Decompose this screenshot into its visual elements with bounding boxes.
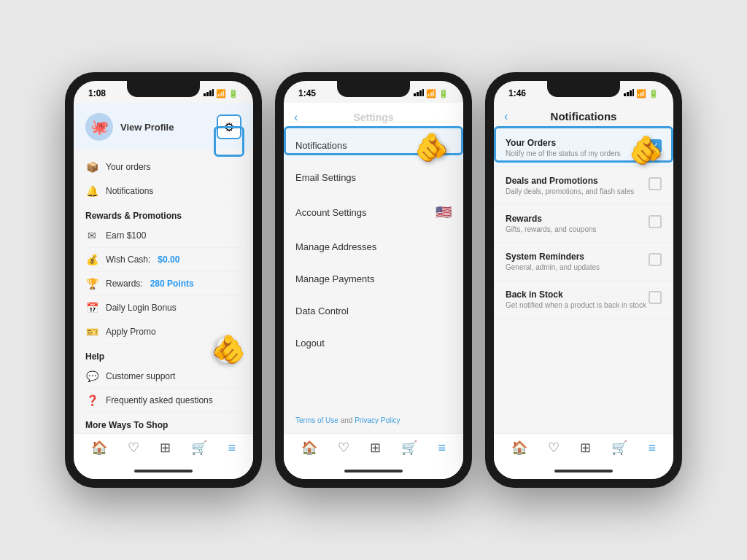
bell-icon: 🔔	[85, 185, 98, 197]
svg-rect-0	[204, 93, 206, 96]
notif-rewards-sub: Gifts, rewards, and coupons	[506, 225, 649, 233]
rewards-section-title: Rewards & Promotions	[85, 203, 241, 224]
notif-backstock[interactable]: Back in Stock Get notified when a produc…	[494, 281, 673, 319]
home-nav-2[interactable]: 🏠	[301, 440, 317, 456]
svg-rect-3	[212, 89, 214, 96]
notif-system[interactable]: System Reminders General, admin, and upd…	[494, 243, 673, 281]
faq-icon: ❓	[85, 394, 98, 406]
battery-icon-2: 🔋	[438, 89, 449, 98]
heart-nav-1[interactable]: ♡	[128, 440, 139, 456]
back-button-3[interactable]: ‹	[504, 110, 508, 123]
phone-1: 1:08 📶 🔋	[65, 72, 262, 488]
settings-payments-item[interactable]: Manage Payments	[284, 263, 463, 295]
menu-list: 📦 Your orders 🔔 Notifications Rewards & …	[74, 149, 253, 433]
settings-logout-item[interactable]: Logout	[284, 327, 463, 359]
rewards-checkbox[interactable]	[649, 215, 662, 228]
wishcash-item[interactable]: 💰 Wish Cash: $0.00	[85, 248, 241, 272]
settings-email-item[interactable]: Email Settings	[284, 162, 463, 194]
battery-icon-1: 🔋	[228, 89, 239, 98]
home-nav-3[interactable]: 🏠	[511, 440, 527, 456]
system-checkbox[interactable]	[649, 253, 662, 266]
home-bar-2	[344, 470, 403, 472]
view-profile-label[interactable]: View Profile	[120, 122, 174, 133]
settings-account-item[interactable]: Account Settings 🇺🇸	[284, 194, 463, 231]
phone-3: 1:46 📶 🔋 ‹ Not	[485, 72, 682, 488]
grid-nav-3[interactable]: ⊞	[580, 440, 591, 456]
avatar: 🐙	[85, 113, 113, 141]
settings-notifications-item[interactable]: Notifications	[284, 130, 463, 162]
home-nav-1[interactable]: 🏠	[91, 440, 107, 456]
more-section-title: More Ways To Shop	[85, 413, 241, 433]
notif-rewards-text: Rewards Gifts, rewards, and coupons	[506, 214, 649, 233]
back-button-2[interactable]: ‹	[294, 111, 298, 124]
gear-button[interactable]: ⚙	[217, 114, 241, 139]
svg-rect-5	[417, 92, 419, 96]
heart-nav-3[interactable]: ♡	[548, 440, 560, 456]
settings-addresses-item[interactable]: Manage Addresses	[284, 231, 463, 263]
menu-nav-1[interactable]: ≡	[228, 440, 236, 456]
wifi-icon-3: 📶	[636, 89, 646, 98]
notif-deals-title: Deals and Promotions	[506, 176, 649, 186]
calendar-icon: 📅	[85, 302, 98, 314]
notif-deals-sub: Daily deals, promotions, and flash sales	[506, 187, 649, 195]
profile-left: 🐙 View Profile	[85, 113, 174, 141]
notifications-menu-item[interactable]: 🔔 Notifications	[85, 179, 241, 203]
notif-system-sub: General, admin, and updates	[506, 263, 649, 271]
time-3: 1:46	[508, 88, 526, 98]
svg-rect-9	[627, 92, 629, 96]
svg-rect-1	[206, 92, 209, 96]
notif-backstock-title: Back in Stock	[506, 289, 649, 300]
grid-nav-2[interactable]: ⊞	[370, 440, 381, 456]
notif-system-text: System Reminders General, admin, and upd…	[506, 252, 649, 271]
settings-addresses-label: Manage Addresses	[295, 241, 376, 252]
wishcash-icon: 💰	[85, 254, 98, 265]
grid-nav-1[interactable]: ⊞	[160, 440, 171, 456]
terms-link[interactable]: Terms of Use	[295, 416, 338, 424]
orders-menu-item[interactable]: 📦 Your orders	[85, 155, 241, 179]
status-icons-2: 📶 🔋	[414, 89, 449, 98]
notif-rewards[interactable]: Rewards Gifts, rewards, and coupons	[494, 205, 673, 243]
cart-nav-2[interactable]: 🛒	[401, 440, 417, 456]
privacy-link[interactable]: Privacy Policy	[355, 416, 400, 424]
wifi-icon-2: 📶	[426, 89, 436, 98]
customer-support-item[interactable]: 💬 Customer support	[85, 365, 241, 389]
faq-item[interactable]: ❓ Frequently asked questions	[85, 389, 241, 413]
cart-nav-3[interactable]: 🛒	[611, 440, 627, 456]
rewards-icon: 🏆	[85, 278, 98, 289]
notif-orders-title: Your Orders	[506, 138, 649, 148]
phone-3-screen: 1:46 📶 🔋 ‹ Not	[494, 81, 673, 479]
settings-data-label: Data Control	[295, 306, 349, 316]
customer-support-label: Customer support	[106, 371, 175, 381]
deals-checkbox[interactable]	[649, 177, 662, 190]
heart-nav-2[interactable]: ♡	[338, 440, 349, 456]
rewards-item[interactable]: 🏆 Rewards: 280 Points	[85, 272, 241, 296]
bottom-nav-2: 🏠 ♡ ⊞ 🛒 ≡	[284, 433, 463, 463]
svg-rect-4	[414, 93, 416, 96]
menu-nav-3[interactable]: ≡	[648, 440, 656, 456]
cart-nav-1[interactable]: 🛒	[191, 440, 207, 456]
earn-item[interactable]: ✉ Earn $100	[85, 224, 241, 248]
notif-screen-title: Notifications	[506, 110, 662, 122]
settings-title: Settings	[295, 112, 452, 123]
notif-list: Your Orders Notify me of the status of m…	[494, 129, 673, 433]
apply-promo-item[interactable]: 🎫 Apply Promo	[85, 320, 241, 344]
svg-rect-10	[630, 90, 632, 96]
notif-your-orders[interactable]: Your Orders Notify me of the status of m…	[494, 129, 673, 167]
settings-logout-label: Logout	[295, 338, 325, 349]
wishcash-value: $0.00	[158, 254, 179, 265]
notifications-label: Notifications	[106, 186, 153, 196]
notif-deals[interactable]: Deals and Promotions Daily deals, promot…	[494, 167, 673, 205]
menu-nav-2[interactable]: ≡	[438, 440, 446, 456]
settings-data-item[interactable]: Data Control	[284, 295, 463, 327]
notif-deals-text: Deals and Promotions Daily deals, promot…	[506, 176, 649, 195]
backstock-checkbox[interactable]	[649, 291, 662, 304]
notif-system-title: System Reminders	[506, 252, 649, 262]
phone-1-screen: 1:08 📶 🔋	[74, 81, 253, 479]
notif-orders-sub: Notify me of the status of my orders	[506, 149, 649, 158]
help-section-title: Help	[85, 344, 241, 365]
orders-checkbox[interactable]: ✓	[649, 139, 662, 152]
earn-label: Earn $100	[106, 230, 146, 241]
battery-icon-3: 🔋	[649, 89, 659, 98]
notch-3	[547, 81, 620, 97]
daily-login-item[interactable]: 📅 Daily Login Bonus	[85, 296, 241, 320]
